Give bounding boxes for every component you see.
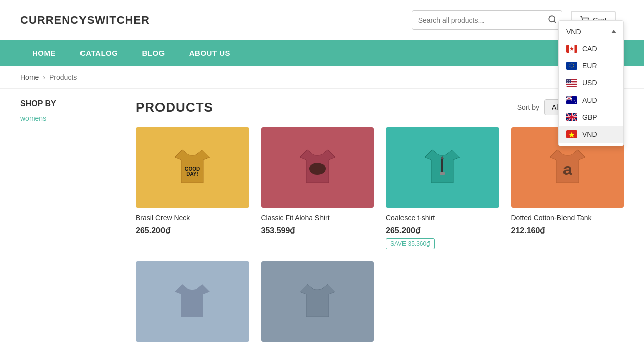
svg-rect-6 [575,45,578,53]
tshirt-svg-4: a [547,145,588,190]
svg-text:★: ★ [569,65,571,67]
flag-gb [566,113,577,121]
product-price-1: 265.200₫ [136,226,249,235]
currency-dropdown-header: VND [559,24,623,40]
svg-text:★: ★ [571,66,573,68]
svg-rect-50 [440,172,445,175]
sort-label: Sort by [517,103,539,111]
product-image-5 [136,261,249,342]
nav-blog[interactable]: BLOG [130,40,177,66]
currency-item-gbp[interactable]: GBP [559,109,623,126]
product-image-1: GOOD DAY! [136,127,249,208]
product-card-5[interactable] [136,261,249,348]
svg-text:a: a [563,160,572,178]
flag-eu: ★ ★ ★ ★ ★ ★ [566,62,577,70]
search-icon [548,15,557,24]
main-content: SHOP BY womens PRODUCTS Sort by Alphabet… [0,89,644,358]
nav-catalog[interactable]: CATALOG [68,40,130,66]
search-bar [412,10,562,30]
header-right: Cart VND CAD [412,10,624,30]
nav-home[interactable]: HOME [20,40,68,66]
header: CURRENCYSWITCHER Cart VND [0,0,644,40]
currency-item-aud[interactable]: ★ ★ AUD [559,92,623,109]
current-currency: VND [566,28,581,36]
product-name-1: Brasil Crew Neck [136,214,249,222]
product-card-3[interactable]: Coalesce t-shirt 265.200₫ SAVE 35.360₫ [386,127,499,249]
sidebar-title: SHOP BY [20,99,121,108]
currency-label-vnd: VND [582,130,597,138]
product-card-2[interactable]: Classic Fit Aloha Shirt 353.599₫ [261,127,374,249]
product-name-4: Dotted Cotton-Blend Tank [511,214,624,222]
tshirt-svg-1: GOOD DAY! [172,145,212,190]
svg-rect-20 [566,86,577,86]
products-title: PRODUCTS [136,100,213,115]
flag-au: ★ ★ [566,96,577,104]
currency-item-eur[interactable]: ★ ★ ★ ★ ★ ★ EUR [559,57,623,74]
currency-label-gbp: GBP [582,113,597,121]
tshirt-svg-6 [297,279,338,324]
svg-text:★: ★ [575,101,576,103]
product-name-2: Classic Fit Aloha Shirt [261,214,374,222]
svg-rect-48 [441,157,443,175]
flag-ca [566,45,577,53]
currency-item-usd[interactable]: ★ ★ ★ ★ ★ ★ USD [559,74,623,92]
breadcrumb-home[interactable]: Home [20,73,39,81]
svg-text:DAY!: DAY! [186,171,198,177]
tshirt-svg-3 [422,145,462,190]
product-price-2: 353.599₫ [261,226,374,235]
flag-us: ★ ★ ★ ★ ★ ★ [566,79,577,87]
svg-text:★: ★ [573,65,574,67]
svg-rect-19 [566,83,577,84]
arrow-up-icon [611,30,616,33]
breadcrumb-separator: › [43,73,45,81]
currency-label-aud: AUD [582,96,597,104]
currency-label-cad: CAD [582,45,597,53]
logo: CURRENCYSWITCHER [20,14,150,27]
product-image-3 [386,127,499,208]
nav: HOME CATALOG BLOG ABOUT US [0,40,644,66]
breadcrumb-current: Products [49,73,77,81]
svg-text:★ ★ ★: ★ ★ ★ [567,81,572,83]
flag-vn [566,130,577,138]
svg-rect-5 [566,45,569,53]
nav-about[interactable]: ABOUT US [177,40,243,66]
currency-item-vnd[interactable]: VND [559,126,623,143]
product-price-4: 212.160₫ [511,226,624,235]
product-grid: GOOD DAY! Brasil Crew Neck 265.200₫ Clas… [136,127,624,348]
product-image-6 [261,261,374,342]
save-badge-3: SAVE 35.360₫ [386,238,435,249]
svg-text:★: ★ [569,63,571,65]
product-image-2 [261,127,374,208]
products-header: PRODUCTS Sort by Alphabetically, A-Z Alp… [136,99,624,115]
currency-dropdown: VND CAD [558,20,624,146]
sidebar: SHOP BY womens [20,99,121,348]
products-area: PRODUCTS Sort by Alphabetically, A-Z Alp… [136,99,624,348]
svg-point-47 [309,163,326,175]
sidebar-link-womens[interactable]: womens [20,114,121,122]
tshirt-svg-5 [172,279,212,324]
breadcrumb: Home › Products [0,66,644,89]
currency-label-eur: EUR [582,62,597,70]
currency-label-usd: USD [582,79,597,87]
svg-line-1 [554,21,555,22]
product-price-3: 265.200₫ [386,226,499,235]
product-card-6[interactable] [261,261,374,348]
product-name-3: Coalesce t-shirt [386,214,499,222]
tshirt-svg-2 [297,145,338,190]
currency-item-cad[interactable]: CAD [559,40,623,57]
search-input[interactable] [412,12,543,28]
product-card-1[interactable]: GOOD DAY! Brasil Crew Neck 265.200₫ [136,127,249,249]
